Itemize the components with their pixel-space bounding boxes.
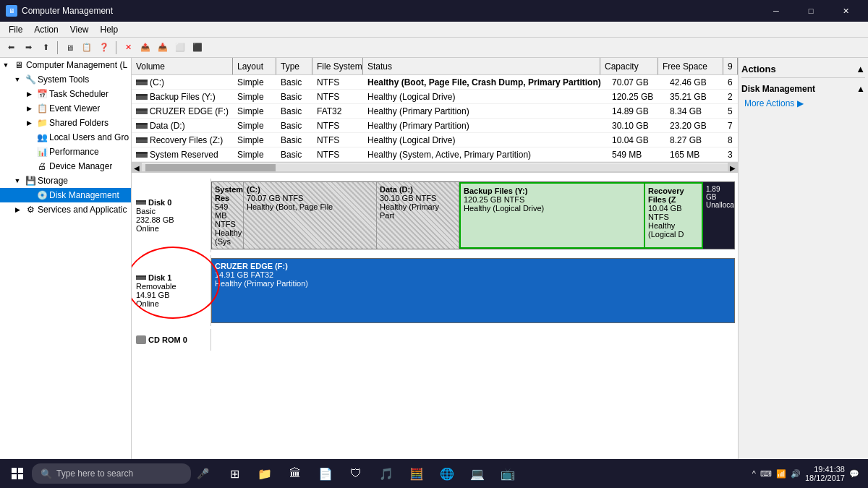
- sidebar-item-task-scheduler[interactable]: ▶ 📅 Task Scheduler: [0, 87, 131, 101]
- expand-icon: [23, 132, 35, 143]
- sidebar-item-shared-folders[interactable]: ▶ 📁 Shared Folders: [0, 116, 131, 130]
- disk-1-type: Removable: [136, 282, 206, 291]
- section-arrow: ▲: [856, 84, 865, 94]
- col-volume[interactable]: Volume: [132, 58, 233, 74]
- sidebar-item-local-users[interactable]: 👥 Local Users and Gro: [0, 130, 131, 145]
- expand-icon: ▶: [23, 88, 35, 100]
- menu-help[interactable]: Help: [95, 23, 124, 36]
- cdrom-icon: [136, 335, 146, 344]
- menu-action[interactable]: Action: [28, 23, 64, 36]
- scroll-right-btn[interactable]: ▶: [728, 163, 738, 173]
- action4-button[interactable]: ⬜: [172, 40, 188, 56]
- col-type[interactable]: Type: [276, 58, 312, 74]
- cell-type: Basic: [276, 106, 312, 117]
- cell-volume: (C:): [132, 77, 233, 88]
- col-9[interactable]: 9: [723, 58, 738, 74]
- sidebar-item-disk-management[interactable]: 💿 Disk Management: [0, 188, 131, 202]
- disk-row-0: Disk 0 Basic 232.88 GB Online System Res…: [132, 179, 738, 252]
- sidebar-item-services[interactable]: ▶ ⚙ Services and Applicatic: [0, 202, 131, 217]
- table-row[interactable]: (C:) Simple Basic NTFS Healthy (Boot, Pa…: [132, 75, 738, 90]
- disk-1-info: Disk 1 Removable 14.91 GB Online: [132, 255, 211, 326]
- menu-file[interactable]: File: [3, 23, 28, 36]
- chevron-up-icon[interactable]: ^: [752, 469, 756, 478]
- expand-icon: ▶: [23, 103, 35, 114]
- partition-d[interactable]: Data (D:) 30.10 GB NTFS Healthy (Primary…: [377, 182, 459, 249]
- expand-icon: ▼: [12, 74, 23, 85]
- table-row[interactable]: Recovery Files (Z:) Simple Basic NTFS He…: [132, 133, 738, 147]
- partition-y[interactable]: Backup Files (Y:) 120.25 GB NTFS Healthy…: [459, 182, 645, 249]
- col-freespace[interactable]: Free Space: [658, 58, 723, 74]
- table-header: Volume Layout Type File System Status Ca…: [132, 58, 738, 75]
- partition-c[interactable]: (C:) 70.07 GB NTFS Healthy (Boot, Page F…: [244, 182, 377, 249]
- table-row[interactable]: System Reserved Simple Basic NTFS Health…: [132, 147, 738, 162]
- cell-capacity: 10.04 GB: [608, 134, 665, 146]
- disk-visualization: Disk 0 Basic 232.88 GB Online System Res…: [132, 172, 738, 466]
- col-filesystem[interactable]: File System: [312, 58, 363, 74]
- network-icon[interactable]: 📶: [776, 469, 786, 479]
- table-row[interactable]: CRUZER EDGE (F:) Simple Basic FAT32 Heal…: [132, 104, 738, 119]
- action2-button[interactable]: 📤: [137, 40, 153, 56]
- delete-button[interactable]: ✕: [120, 40, 136, 56]
- sidebar-item-computer-management[interactable]: ▼ 🖥 Computer Management (L: [0, 58, 131, 72]
- cell-freespace: 8.27 GB: [665, 134, 723, 146]
- action3-button[interactable]: 📥: [155, 40, 171, 56]
- up-button[interactable]: ⬆: [38, 40, 54, 56]
- globe-button[interactable]: 🌐: [433, 459, 461, 488]
- minimize-button[interactable]: ─: [760, 0, 793, 22]
- browser-button[interactable]: 🏛: [281, 459, 310, 488]
- notifications-icon[interactable]: 💬: [849, 469, 859, 479]
- help-button[interactable]: ❓: [96, 40, 112, 56]
- partition-unallocated[interactable]: 1.89 GB Unallocated: [703, 182, 734, 249]
- forward-button[interactable]: ➡: [20, 40, 36, 56]
- cell-status: Healthy (Primary Partition): [363, 106, 608, 117]
- partition-sysres[interactable]: System Res 549 MB NTFS Healthy (Sys: [212, 182, 244, 249]
- close-button[interactable]: ✕: [829, 0, 862, 22]
- properties-button[interactable]: 📋: [79, 40, 95, 56]
- microphone-icon[interactable]: 🎤: [191, 462, 214, 485]
- table-row[interactable]: Backup Files (Y:) Simple Basic NTFS Heal…: [132, 90, 738, 104]
- shared-folders-icon: 📁: [36, 117, 48, 129]
- show-hide-button[interactable]: 🖥: [61, 40, 77, 56]
- partition-f[interactable]: CRUZER EDGE (F:) 14.91 GB FAT32 Healthy …: [212, 259, 734, 322]
- media-button[interactable]: 🎵: [372, 459, 401, 488]
- calc-button[interactable]: 🧮: [402, 459, 431, 488]
- volume-icon[interactable]: 🔊: [791, 469, 801, 479]
- local-users-icon: 👥: [36, 132, 48, 143]
- sidebar-item-system-tools[interactable]: ▼ 🔧 System Tools: [0, 72, 131, 87]
- sidebar-item-performance[interactable]: 📊 Performance: [0, 145, 131, 159]
- cell-9: 8: [723, 134, 738, 146]
- file-explorer-button[interactable]: 📁: [250, 459, 279, 488]
- menu-bar: File Action View Help: [0, 22, 868, 38]
- sidebar-item-label: Device Manager: [49, 161, 112, 171]
- sidebar-item-storage[interactable]: ▼ 💾 Storage: [0, 174, 131, 188]
- store-button[interactable]: 📺: [493, 459, 522, 488]
- taskbar-search[interactable]: 🔍 Type here to search: [32, 463, 191, 484]
- more-actions-item[interactable]: More Actions ▶: [741, 97, 865, 110]
- cell-filesystem: FAT32: [312, 106, 363, 117]
- office-button[interactable]: 📄: [311, 459, 340, 488]
- cell-9: 6: [723, 77, 738, 88]
- col-layout[interactable]: Layout: [233, 58, 276, 74]
- partition-z[interactable]: Recovery Files (Z 10.04 GB NTFS Healthy …: [645, 182, 703, 249]
- col-capacity[interactable]: Capacity: [600, 58, 658, 74]
- shield-button[interactable]: 🛡: [341, 459, 370, 488]
- menu-view[interactable]: View: [64, 23, 95, 36]
- task-view-button[interactable]: ⊞: [220, 459, 249, 488]
- computer-button[interactable]: 💻: [463, 459, 492, 488]
- scroll-left-btn[interactable]: ◀: [132, 163, 142, 173]
- col-status[interactable]: Status: [363, 58, 600, 74]
- scroll-thumb[interactable]: [145, 164, 276, 171]
- app-icon: 🖥: [6, 5, 17, 17]
- maximize-button[interactable]: □: [794, 0, 827, 22]
- action5-button[interactable]: ⬛: [190, 40, 205, 56]
- back-button[interactable]: ⬅: [3, 40, 19, 56]
- sidebar-item-event-viewer[interactable]: ▶ 📋 Event Viewer: [0, 101, 131, 116]
- cell-9: 2: [723, 91, 738, 103]
- start-button[interactable]: [3, 459, 32, 488]
- event-viewer-icon: 📋: [36, 103, 48, 114]
- table-row[interactable]: Data (D:) Simple Basic NTFS Healthy (Pri…: [132, 119, 738, 133]
- cell-filesystem: NTFS: [312, 91, 363, 103]
- sidebar-item-device-manager[interactable]: 🖨 Device Manager: [0, 159, 131, 174]
- horizontal-scrollbar[interactable]: ◀ ▶: [132, 162, 738, 172]
- cell-layout: Simple: [233, 91, 276, 103]
